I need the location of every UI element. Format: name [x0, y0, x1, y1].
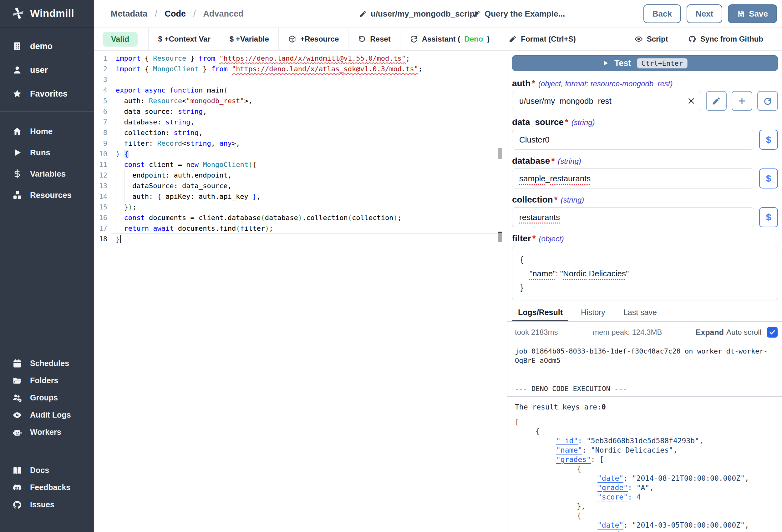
code-line-content: const client = new MongoClient({ — [111, 161, 256, 168]
line-number: 7 — [94, 118, 111, 126]
refresh-resource-button[interactable] — [757, 91, 778, 111]
result-json-line: "grade": "A", — [515, 530, 779, 532]
tab-logs-result[interactable]: Logs/Result — [512, 305, 568, 321]
workspace-logo-row[interactable]: Windmill — [0, 0, 94, 28]
line-number: 6 — [94, 108, 111, 115]
sidebar-item-label: user — [30, 65, 48, 75]
input-data-source[interactable]: Cluster0 — [512, 130, 754, 150]
toolbar-button-label: ) — [487, 35, 490, 43]
toolbar-button-sync-from-github[interactable]: Sync from Github — [678, 35, 773, 43]
json-input-filter[interactable]: { "name": "Nordic Delicacies"} — [512, 246, 778, 300]
field-row-auth: u/user/my_mongodb_rest — [512, 91, 778, 111]
insert-variable-button-collection[interactable]: $ — [759, 207, 778, 227]
add-resource-button[interactable] — [732, 91, 752, 111]
save-icon — [737, 10, 745, 18]
code-line: 12 endpoint: auth.endpoint, — [94, 170, 503, 180]
star-icon — [12, 89, 22, 99]
code-line-content: import { Resource } from "https://deno.l… — [111, 54, 410, 62]
sidebar-item-home[interactable]: Home — [0, 121, 94, 142]
tab-advanced[interactable]: Advanced — [203, 9, 244, 19]
topbar-buttons: Back Next Save — [643, 0, 777, 28]
code-lines: 1import { Resource } from "https://deno.… — [94, 51, 503, 532]
editor-scrollbar-thumb[interactable] — [498, 148, 502, 159]
toolbar-button-script[interactable]: Script — [625, 35, 678, 43]
required-asterisk: * — [532, 233, 536, 243]
code-editor[interactable]: 1import { Resource } from "https://deno.… — [94, 51, 503, 532]
edit-resource-button[interactable] — [706, 91, 726, 111]
sidebar-item-runs[interactable]: Runs — [0, 142, 94, 163]
sidebar-item-label: Schedules — [30, 359, 69, 368]
sidebar-item-label: Issues — [30, 500, 55, 509]
building-icon — [12, 42, 22, 51]
toolbar-button-resource[interactable]: +Resource — [279, 35, 348, 43]
line-number: 12 — [94, 171, 111, 179]
code-line: 5 auth: Resource<"mongodb_rest">, — [94, 95, 503, 106]
sidebar-item-folders[interactable]: Folders — [0, 372, 94, 389]
toolbar-button-reset[interactable]: Reset — [349, 35, 400, 43]
input-database[interactable]: sample_restaurants — [512, 168, 754, 188]
next-button[interactable]: Next — [686, 4, 722, 23]
code-line: 15 }); — [94, 202, 503, 212]
log-line — [515, 375, 776, 384]
log-line — [515, 365, 776, 375]
toolbar-button-label: Script — [647, 35, 668, 43]
tab-metadata[interactable]: Metadata — [111, 9, 147, 19]
toolbar-button-format-ctrl-s[interactable]: Format (Ctrl+S) — [499, 35, 585, 43]
sidebar-item-resources[interactable]: Resources — [0, 184, 94, 206]
code-line-content: data_source: string, — [111, 108, 207, 115]
argument-form: auth*(object, format: resource-mongodb_r… — [512, 77, 778, 300]
toolbar-button-label: $ +Context Var — [158, 35, 210, 43]
sidebar-item-issues[interactable]: Issues — [0, 496, 94, 513]
toolbar-button-variable[interactable]: $ +Variable — [220, 35, 278, 43]
line-number: 14 — [94, 193, 111, 200]
brand-name: Windmill — [30, 7, 74, 20]
code-line: 16 const documents = client.database(dat… — [94, 212, 503, 223]
sidebar-item-groups[interactable]: Groups — [0, 389, 94, 406]
script-summary-chip[interactable]: Query the Example... — [473, 0, 565, 28]
script-path-chip[interactable]: u/user/my_mongodb_script — [359, 0, 477, 28]
expand-button[interactable]: Expand — [696, 328, 724, 337]
code-line: 13 dataSource: data_source, — [94, 180, 503, 191]
toolbar-button-assistant-deno[interactable]: Assistant (Deno) — [400, 35, 499, 43]
save-button[interactable]: Save — [728, 4, 777, 23]
tab-code[interactable]: Code — [165, 9, 186, 19]
sidebar-item-workers[interactable]: Workers — [0, 423, 94, 441]
code-line-content: auth: Resource<"mongodb_rest">, — [111, 97, 252, 105]
required-asterisk: * — [551, 156, 555, 166]
input-collection[interactable]: restaurants — [512, 207, 754, 227]
insert-variable-button-database[interactable]: $ — [759, 168, 778, 188]
test-button[interactable]: Test Ctrl+Enter — [512, 55, 778, 71]
clear-resource-button[interactable] — [687, 91, 695, 111]
code-line-content: filter: Record<string, any>, — [111, 140, 240, 147]
back-button[interactable]: Back — [643, 4, 681, 23]
pencil-icon — [473, 10, 481, 18]
sidebar-item-docs[interactable]: Docs — [0, 462, 94, 479]
code-line-content: dataSource: data_source, — [111, 182, 232, 190]
insert-variable-button-data-source[interactable]: $ — [759, 130, 778, 150]
sidebar-item-favorites[interactable]: Favorites — [0, 82, 94, 106]
tab-last-save[interactable]: Last save — [618, 305, 663, 321]
tab-history[interactable]: History — [575, 305, 611, 321]
auto-scroll-checkbox[interactable] — [767, 327, 778, 338]
code-line: 2import { MongoClient } from "https://de… — [94, 64, 503, 74]
sidebar-item-user[interactable]: user — [0, 58, 94, 82]
line-number: 2 — [94, 65, 111, 73]
log-line: job 01864b05-8033-b136-1def-f30c48ac7c28… — [515, 346, 776, 356]
logs-tabs: Logs/ResultHistoryLast save — [507, 305, 782, 321]
toolbar-button-context-var[interactable]: $ +Context Var — [149, 35, 220, 43]
pen-icon — [509, 35, 517, 43]
json-line: } — [521, 281, 770, 295]
json-line: "name": "Nordic Delicacies" — [521, 267, 770, 281]
toolbar-right: ScriptSync from Github — [625, 35, 773, 43]
sidebar-item-schedules[interactable]: Schedules — [0, 355, 94, 372]
field-type-note: (string) — [571, 118, 595, 127]
sidebar-item-variables[interactable]: Variables — [0, 163, 94, 184]
code-line: 7 database: string, — [94, 117, 503, 127]
sidebar-item-feedbacks[interactable]: Feedbacks — [0, 479, 94, 496]
toolbar-left: $ +Context Var$ +Variable+ResourceResetA… — [148, 28, 585, 50]
breadcrumb-separator: / — [193, 9, 196, 19]
input-auth[interactable]: u/user/my_mongodb_rest — [512, 91, 701, 111]
sidebar-item-audit-logs[interactable]: Audit Logs — [0, 406, 94, 423]
sidebar-item-demo[interactable]: demo — [0, 34, 94, 58]
line-number: 4 — [94, 86, 111, 94]
